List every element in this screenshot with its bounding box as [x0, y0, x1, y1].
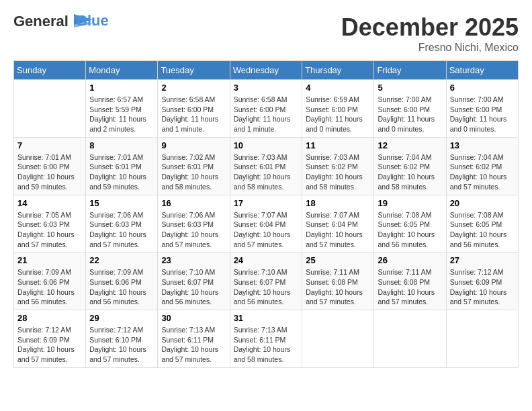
day-info: Sunrise: 7:07 AM Sunset: 6:04 PM Dayligh… [306, 210, 370, 250]
day-number: 9 [161, 140, 226, 150]
title-block: December 2025 Fresno Nichi, Mexico [341, 13, 519, 54]
day-info: Sunrise: 7:05 AM Sunset: 6:03 PM Dayligh… [17, 210, 82, 250]
day-cell: 13Sunrise: 7:04 AM Sunset: 6:02 PM Dayli… [446, 137, 518, 195]
week-row-3: 14Sunrise: 7:05 AM Sunset: 6:03 PM Dayli… [14, 195, 519, 253]
weekday-header-row: SundayMondayTuesdayWednesdayThursdayFrid… [14, 61, 519, 80]
day-info: Sunrise: 7:06 AM Sunset: 6:03 PM Dayligh… [161, 210, 226, 250]
day-number: 17 [234, 198, 299, 208]
weekday-friday: Friday [374, 61, 446, 80]
day-number: 16 [161, 198, 226, 208]
day-cell [302, 310, 374, 368]
day-info: Sunrise: 6:58 AM Sunset: 6:00 PM Dayligh… [161, 95, 226, 134]
day-number: 30 [161, 313, 226, 323]
day-cell: 8Sunrise: 7:01 AM Sunset: 6:01 PM Daylig… [86, 137, 158, 195]
day-number: 31 [234, 313, 299, 323]
day-number: 2 [161, 83, 226, 93]
day-number: 20 [450, 198, 515, 208]
day-info: Sunrise: 6:57 AM Sunset: 5:59 PM Dayligh… [89, 95, 154, 134]
day-info: Sunrise: 7:04 AM Sunset: 6:02 PM Dayligh… [378, 152, 442, 192]
day-number: 10 [234, 140, 299, 150]
day-info: Sunrise: 7:10 AM Sunset: 6:07 PM Dayligh… [234, 267, 299, 307]
weekday-monday: Monday [86, 61, 158, 80]
day-info: Sunrise: 7:07 AM Sunset: 6:04 PM Dayligh… [234, 210, 299, 250]
week-row-1: 1Sunrise: 6:57 AM Sunset: 5:59 PM Daylig… [14, 80, 519, 138]
day-cell: 16Sunrise: 7:06 AM Sunset: 6:03 PM Dayli… [158, 195, 230, 253]
day-info: Sunrise: 7:00 AM Sunset: 6:00 PM Dayligh… [450, 95, 515, 134]
page-header: General Blue December 2025 Fresno Nichi,… [13, 13, 519, 54]
day-info: Sunrise: 7:00 AM Sunset: 6:00 PM Dayligh… [378, 95, 442, 134]
day-number: 26 [378, 255, 442, 265]
calendar-table: SundayMondayTuesdayWednesdayThursdayFrid… [13, 60, 519, 368]
weekday-wednesday: Wednesday [230, 61, 302, 80]
day-cell: 31Sunrise: 7:13 AM Sunset: 6:11 PM Dayli… [230, 310, 302, 368]
day-cell: 28Sunrise: 7:12 AM Sunset: 6:09 PM Dayli… [14, 310, 86, 368]
day-info: Sunrise: 7:08 AM Sunset: 6:05 PM Dayligh… [450, 210, 515, 250]
day-number: 21 [17, 255, 82, 265]
day-info: Sunrise: 6:59 AM Sunset: 6:00 PM Dayligh… [306, 95, 370, 134]
weekday-thursday: Thursday [302, 61, 374, 80]
day-number: 11 [306, 140, 370, 150]
day-cell: 3Sunrise: 6:58 AM Sunset: 6:00 PM Daylig… [230, 80, 302, 138]
day-info: Sunrise: 7:11 AM Sunset: 6:08 PM Dayligh… [378, 267, 442, 307]
day-info: Sunrise: 7:12 AM Sunset: 6:10 PM Dayligh… [89, 325, 154, 365]
day-number: 5 [378, 83, 442, 93]
day-number: 22 [89, 255, 154, 265]
day-info: Sunrise: 7:09 AM Sunset: 6:06 PM Dayligh… [89, 267, 154, 307]
day-cell: 27Sunrise: 7:12 AM Sunset: 6:09 PM Dayli… [446, 253, 518, 310]
day-number: 6 [450, 83, 515, 93]
day-number: 13 [450, 140, 515, 150]
day-cell: 20Sunrise: 7:08 AM Sunset: 6:05 PM Dayli… [446, 195, 518, 253]
day-cell: 10Sunrise: 7:03 AM Sunset: 6:01 PM Dayli… [230, 137, 302, 195]
week-row-5: 28Sunrise: 7:12 AM Sunset: 6:09 PM Dayli… [14, 310, 519, 368]
day-number: 15 [89, 198, 154, 208]
day-info: Sunrise: 7:01 AM Sunset: 6:00 PM Dayligh… [17, 152, 82, 192]
day-info: Sunrise: 7:11 AM Sunset: 6:08 PM Dayligh… [306, 267, 370, 307]
day-number: 25 [306, 255, 370, 265]
day-cell: 14Sunrise: 7:05 AM Sunset: 6:03 PM Dayli… [14, 195, 86, 253]
weekday-saturday: Saturday [446, 61, 518, 80]
day-info: Sunrise: 7:08 AM Sunset: 6:05 PM Dayligh… [378, 210, 442, 250]
day-cell: 26Sunrise: 7:11 AM Sunset: 6:08 PM Dayli… [374, 253, 446, 310]
day-info: Sunrise: 7:13 AM Sunset: 6:11 PM Dayligh… [161, 325, 226, 365]
day-number: 4 [306, 83, 370, 93]
day-number: 12 [378, 140, 442, 150]
day-cell: 23Sunrise: 7:10 AM Sunset: 6:07 PM Dayli… [158, 253, 230, 310]
day-cell: 21Sunrise: 7:09 AM Sunset: 6:06 PM Dayli… [14, 253, 86, 310]
day-info: Sunrise: 7:02 AM Sunset: 6:01 PM Dayligh… [161, 152, 226, 192]
day-cell: 1Sunrise: 6:57 AM Sunset: 5:59 PM Daylig… [86, 80, 158, 138]
day-info: Sunrise: 7:13 AM Sunset: 6:11 PM Dayligh… [234, 325, 299, 365]
day-cell: 29Sunrise: 7:12 AM Sunset: 6:10 PM Dayli… [86, 310, 158, 368]
day-number: 7 [17, 140, 82, 150]
day-number: 27 [450, 255, 515, 265]
day-info: Sunrise: 7:12 AM Sunset: 6:09 PM Dayligh… [17, 325, 82, 365]
weekday-tuesday: Tuesday [158, 61, 230, 80]
day-cell: 22Sunrise: 7:09 AM Sunset: 6:06 PM Dayli… [86, 253, 158, 310]
day-number: 24 [234, 255, 299, 265]
day-info: Sunrise: 7:12 AM Sunset: 6:09 PM Dayligh… [450, 267, 515, 307]
day-cell: 6Sunrise: 7:00 AM Sunset: 6:00 PM Daylig… [446, 80, 518, 138]
day-info: Sunrise: 6:58 AM Sunset: 6:00 PM Dayligh… [234, 95, 299, 134]
day-number: 29 [89, 313, 154, 323]
day-cell: 11Sunrise: 7:03 AM Sunset: 6:02 PM Dayli… [302, 137, 374, 195]
location: Fresno Nichi, Mexico [341, 42, 519, 54]
day-cell: 19Sunrise: 7:08 AM Sunset: 6:05 PM Dayli… [374, 195, 446, 253]
day-cell: 12Sunrise: 7:04 AM Sunset: 6:02 PM Dayli… [374, 137, 446, 195]
day-cell: 30Sunrise: 7:13 AM Sunset: 6:11 PM Dayli… [158, 310, 230, 368]
day-cell: 18Sunrise: 7:07 AM Sunset: 6:04 PM Dayli… [302, 195, 374, 253]
logo: General Blue [13, 13, 109, 30]
week-row-4: 21Sunrise: 7:09 AM Sunset: 6:06 PM Dayli… [14, 253, 519, 310]
day-number: 28 [17, 313, 82, 323]
day-cell [374, 310, 446, 368]
day-info: Sunrise: 7:06 AM Sunset: 6:03 PM Dayligh… [89, 210, 154, 250]
day-cell [14, 80, 86, 138]
day-cell: 7Sunrise: 7:01 AM Sunset: 6:00 PM Daylig… [14, 137, 86, 195]
month-title: December 2025 [341, 13, 519, 42]
week-row-2: 7Sunrise: 7:01 AM Sunset: 6:00 PM Daylig… [14, 137, 519, 195]
day-info: Sunrise: 7:01 AM Sunset: 6:01 PM Dayligh… [89, 152, 154, 192]
calendar-body: 1Sunrise: 6:57 AM Sunset: 5:59 PM Daylig… [14, 80, 519, 368]
day-info: Sunrise: 7:04 AM Sunset: 6:02 PM Dayligh… [450, 152, 515, 192]
day-cell: 17Sunrise: 7:07 AM Sunset: 6:04 PM Dayli… [230, 195, 302, 253]
day-cell: 2Sunrise: 6:58 AM Sunset: 6:00 PM Daylig… [158, 80, 230, 138]
day-info: Sunrise: 7:10 AM Sunset: 6:07 PM Dayligh… [161, 267, 226, 307]
day-number: 18 [306, 198, 370, 208]
